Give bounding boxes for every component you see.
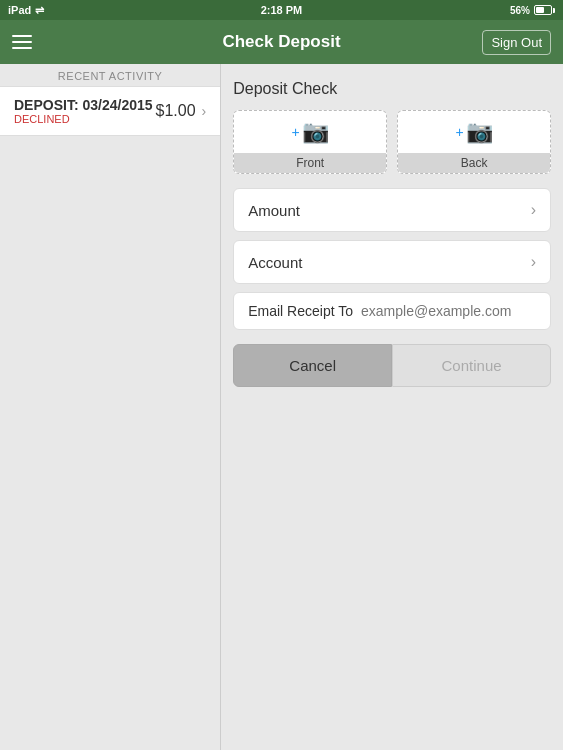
deposit-right: $1.00 ›	[155, 102, 206, 120]
front-camera-box[interactable]: + 📷 Front	[233, 110, 387, 174]
deposit-date: 03/24/2015	[82, 97, 152, 113]
account-field[interactable]: Account ›	[233, 240, 551, 284]
right-panel: Deposit Check + 📷 Front + 📷 Back	[221, 64, 563, 750]
status-time: 2:18 PM	[261, 4, 303, 16]
battery-icon	[534, 5, 555, 15]
status-bar: iPad ⇌ 2:18 PM 56%	[0, 0, 563, 20]
front-camera-icon: 📷	[302, 119, 329, 145]
menu-button[interactable]	[12, 35, 32, 49]
front-plus-icon: +	[292, 124, 300, 140]
email-row: Email Receipt To	[233, 292, 551, 330]
main-layout: RECENT ACTIVITY DEPOSIT: 03/24/2015 DECL…	[0, 64, 563, 750]
cancel-button[interactable]: Cancel	[233, 344, 392, 387]
status-right: 56%	[510, 5, 555, 16]
account-label: Account	[248, 254, 302, 271]
recent-activity-header: RECENT ACTIVITY	[0, 64, 220, 86]
account-chevron-icon: ›	[531, 253, 536, 271]
amount-chevron-icon: ›	[531, 201, 536, 219]
nav-bar: Check Deposit Sign Out	[0, 20, 563, 64]
front-camera-area: + 📷	[234, 111, 386, 153]
deposit-info: DEPOSIT: 03/24/2015 DECLINED	[14, 97, 153, 125]
button-row: Cancel Continue	[233, 344, 551, 387]
deposit-label: DEPOSIT: 03/24/2015	[14, 97, 153, 113]
nav-title: Check Deposit	[222, 32, 340, 52]
wifi-icon: ⇌	[35, 4, 44, 17]
back-label: Back	[398, 153, 550, 173]
deposit-item[interactable]: DEPOSIT: 03/24/2015 DECLINED $1.00 ›	[0, 86, 220, 136]
carrier-label: iPad	[8, 4, 31, 16]
amount-field[interactable]: Amount ›	[233, 188, 551, 232]
deposit-chevron-icon: ›	[202, 103, 207, 119]
email-input[interactable]	[361, 303, 536, 319]
deposit-check-title: Deposit Check	[233, 80, 551, 98]
deposit-text: DEPOSIT:	[14, 97, 79, 113]
front-label: Front	[234, 153, 386, 173]
email-label: Email Receipt To	[248, 303, 353, 319]
camera-row: + 📷 Front + 📷 Back	[233, 110, 551, 174]
continue-button[interactable]: Continue	[392, 344, 551, 387]
left-panel: RECENT ACTIVITY DEPOSIT: 03/24/2015 DECL…	[0, 64, 221, 750]
back-plus-icon: +	[455, 124, 463, 140]
deposit-amount: $1.00	[155, 102, 195, 120]
amount-label: Amount	[248, 202, 300, 219]
sign-out-button[interactable]: Sign Out	[482, 30, 551, 55]
back-camera-box[interactable]: + 📷 Back	[397, 110, 551, 174]
status-left: iPad ⇌	[8, 4, 44, 17]
back-camera-area: + 📷	[398, 111, 550, 153]
deposit-status: DECLINED	[14, 113, 153, 125]
battery-pct-label: 56%	[510, 5, 530, 16]
back-camera-icon: 📷	[466, 119, 493, 145]
